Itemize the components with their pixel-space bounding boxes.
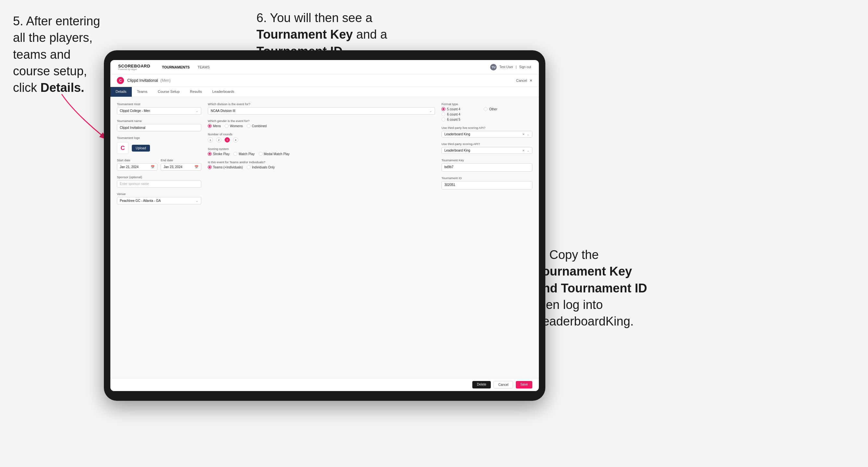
radio-mens-label: Mens <box>213 124 221 128</box>
format-6count4-label: 6 count 4 <box>447 113 460 116</box>
teams-plus-individuals[interactable]: Teams (+Individuals) <box>208 165 243 169</box>
scoring-group: Scoring system Stroke Play Match Play <box>208 147 435 156</box>
scoring-radio-group: Stroke Play Match Play Medal Match Play <box>208 152 435 156</box>
main-content: Tournament Host Clippd College - Men ⌄ T… <box>111 97 539 378</box>
format-row-2: 6 count 4 <box>441 112 532 116</box>
division-group: Which division is the event for? NCAA Di… <box>208 102 435 115</box>
tab-leaderboards[interactable]: Leaderboards <box>207 87 240 97</box>
tab-details[interactable]: Details <box>111 87 132 97</box>
tab-teams[interactable]: Teams <box>132 87 153 97</box>
annotation-bottom-right-text: 7. Copy theTournament Keyand Tournament … <box>536 248 647 328</box>
host-group: Tournament Host Clippd College - Men ⌄ <box>117 102 201 115</box>
footer-bar: Delete Cancel Save <box>111 378 539 391</box>
delete-button[interactable]: Delete <box>472 381 491 388</box>
format-other-circle <box>484 107 488 111</box>
tournament-header: C Clippd Invitational (Men) Cancel ✕ <box>111 74 539 87</box>
sponsor-input[interactable]: Enter sponsor name <box>117 180 201 188</box>
round-4[interactable]: 4 <box>233 137 238 143</box>
format-row-3: 6 count 5 <box>441 118 532 121</box>
cancel-x-button[interactable]: Cancel ✕ <box>516 79 532 83</box>
save-button[interactable]: Save <box>516 381 532 388</box>
name-label: Tournament name <box>117 119 201 123</box>
rounds-group: Number of rounds 1 2 3 4 <box>208 132 435 143</box>
teams-label: Is this event for Teams and/or Individua… <box>208 160 435 164</box>
upload-button[interactable]: Upload <box>132 145 150 152</box>
individuals-only[interactable]: Individuals Only <box>247 165 275 169</box>
logo-group: Tournament logo C Upload <box>117 136 201 154</box>
third-party-2-input[interactable]: Leaderboard King ✕ ⌄ <box>441 147 532 154</box>
annotation-left-text: 5. After enteringall the players,teams a… <box>13 14 100 94</box>
teams-circle <box>208 165 212 169</box>
name-input[interactable]: Clippd Invitational <box>117 124 201 131</box>
format-row: 5 count 4 Other <box>441 107 532 111</box>
third-party-1-controls: ✕ ⌄ <box>522 133 529 136</box>
third-party-2-clear[interactable]: ✕ <box>522 149 525 152</box>
logo-preview: C <box>117 142 128 154</box>
gender-label: Which gender is the event for? <box>208 119 435 123</box>
format-other[interactable]: Other <box>484 107 523 111</box>
division-input[interactable]: NCAA Division III ⌄ <box>208 107 435 115</box>
nav-tournaments[interactable]: TOURNAMENTS <box>162 65 190 69</box>
tab-course-setup[interactable]: Course Setup <box>153 87 185 97</box>
nav-teams[interactable]: TEAMS <box>197 65 210 69</box>
gender-mens[interactable]: Mens <box>208 124 221 128</box>
end-date-input[interactable]: Jan 23, 2024 📅 <box>161 163 201 171</box>
venue-input[interactable]: Peachtree GC - Atlanta - GA ⌄ <box>117 197 201 205</box>
format-6count5-label: 6 count 5 <box>447 118 460 121</box>
format-5count4[interactable]: 5 count 4 <box>441 107 480 111</box>
third-party-1-input[interactable]: Leaderboard King ✕ ⌄ <box>441 131 532 137</box>
tournament-title: Clippd Invitational (Men) <box>127 78 170 83</box>
round-1-circle: 1 <box>208 137 213 143</box>
tournament-logo-letter: C <box>119 79 122 83</box>
third-party-1-clear[interactable]: ✕ <box>522 133 525 136</box>
annotation-bottom-right: 7. Copy theTournament Keyand Tournament … <box>536 247 691 330</box>
gender-combined[interactable]: Combined <box>247 124 267 128</box>
scoring-stroke[interactable]: Stroke Play <box>208 152 229 156</box>
format-6count5[interactable]: 6 count 5 <box>441 118 480 121</box>
third-party-1-chevron: ⌄ <box>527 133 529 136</box>
user-name: Test User <box>499 65 513 69</box>
right-col: Format type 5 count 4 Other <box>441 102 532 373</box>
gender-group: Which gender is the event for? Mens Wome… <box>208 119 435 128</box>
rounds-label: Number of rounds <box>208 132 435 136</box>
tournament-key-label: Tournament Key <box>441 158 532 162</box>
division-chevron: ⌄ <box>430 110 432 113</box>
end-label: End date <box>161 158 201 162</box>
scoring-match-label: Match Play <box>239 152 254 156</box>
tab-results[interactable]: Results <box>185 87 207 97</box>
scoring-match[interactable]: Match Play <box>234 152 254 156</box>
individuals-circle <box>247 165 251 169</box>
individuals-label-text: Individuals Only <box>252 165 275 169</box>
format-5count4-label: 5 count 4 <box>447 107 460 111</box>
cancel-button[interactable]: Cancel <box>493 381 513 388</box>
gender-womens[interactable]: Womens <box>225 124 243 128</box>
host-input[interactable]: Clippd College - Men ⌄ <box>117 107 201 115</box>
end-cal-icon: 📅 <box>194 165 198 169</box>
sign-out-link[interactable]: Sign out <box>519 65 531 69</box>
round-3[interactable]: 3 <box>225 137 230 143</box>
tournament-id-value: 302051 <box>441 181 532 189</box>
host-label: Tournament Host <box>117 102 201 106</box>
host-chevron: ⌄ <box>196 110 198 113</box>
venue-group: Venue Peachtree GC - Atlanta - GA ⌄ <box>117 192 201 205</box>
sponsor-group: Sponsor (optional) Enter sponsor name <box>117 175 201 188</box>
third-party-2-chevron: ⌄ <box>527 149 529 152</box>
annotation-left: 5. After enteringall the players,teams a… <box>13 13 104 96</box>
format-group: Format type 5 count 4 Other <box>441 102 532 121</box>
round-2[interactable]: 2 <box>216 137 221 143</box>
gender-radio-group: Mens Womens Combined <box>208 124 435 128</box>
radio-mens-circle <box>208 124 212 128</box>
radio-combined-circle <box>247 124 251 128</box>
format-6count4[interactable]: 6 count 4 <box>441 112 480 116</box>
scoring-label: Scoring system <box>208 147 435 151</box>
round-1[interactable]: 1 <box>208 137 213 143</box>
format-5count4-circle <box>441 107 445 111</box>
teams-group: Is this event for Teams and/or Individua… <box>208 160 435 169</box>
logo-preview-letter: C <box>121 145 125 152</box>
start-date-input[interactable]: Jan 21, 2024 📅 <box>117 163 157 171</box>
scoring-medal[interactable]: Medal Match Play <box>259 152 289 156</box>
start-date-group: Start date Jan 21, 2024 📅 <box>117 158 157 171</box>
format-label: Format type <box>441 102 532 106</box>
scoring-stroke-circle <box>208 152 212 156</box>
middle-col: Which division is the event for? NCAA Di… <box>208 102 435 373</box>
